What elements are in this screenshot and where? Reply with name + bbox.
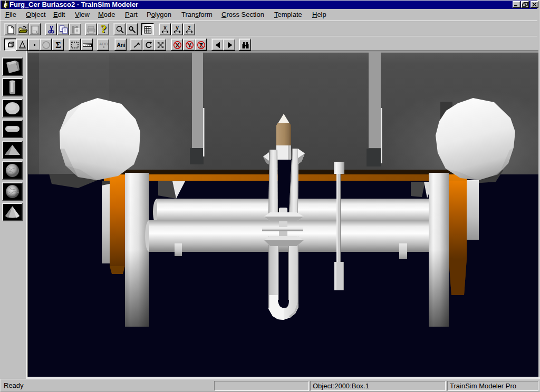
svg-text:?: ? (101, 25, 107, 35)
svg-text:x: x (163, 25, 167, 31)
svg-text:z: z (188, 25, 191, 31)
svg-text:Ani: Ani (117, 42, 125, 48)
svg-text:y: y (176, 25, 179, 31)
svg-text:Σ: Σ (55, 41, 61, 50)
svg-text:ADD: ADD (99, 42, 109, 46)
